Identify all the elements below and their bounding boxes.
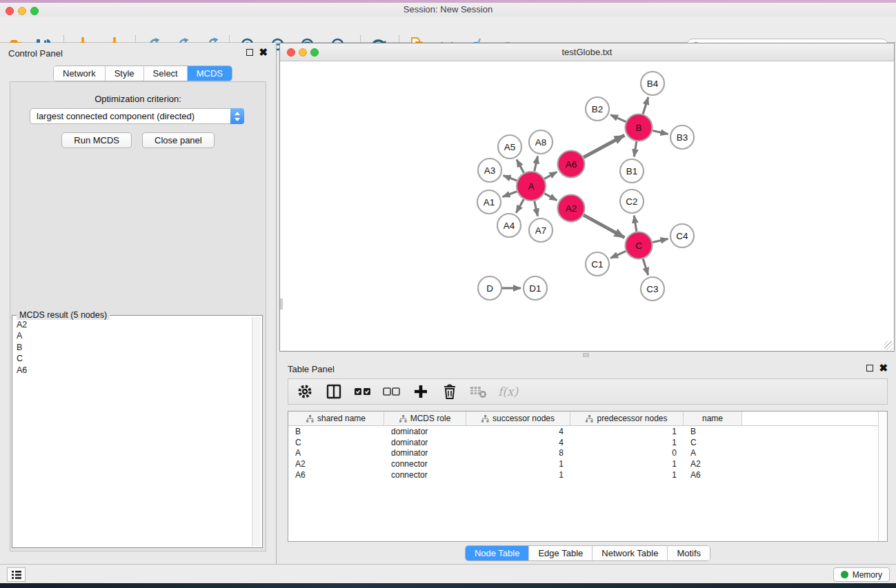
table-cell[interactable]: B xyxy=(684,427,742,436)
canvas-scroll-stub[interactable] xyxy=(280,298,283,310)
table-row[interactable]: Cdominator41C xyxy=(288,437,887,448)
graph-edge-B-B4[interactable] xyxy=(643,97,648,114)
graph-node-A[interactable]: A xyxy=(517,172,546,201)
graph-edge-C-C4[interactable] xyxy=(653,239,668,243)
graph-node-A8[interactable]: A8 xyxy=(529,130,552,154)
graph-edge-C-C1[interactable] xyxy=(610,251,626,258)
tab-mcds[interactable]: MCDS xyxy=(188,66,232,81)
table-cell[interactable]: A xyxy=(288,448,384,458)
graph-edge-A-A8[interactable] xyxy=(535,156,538,172)
result-scrollbar[interactable] xyxy=(252,317,261,546)
table-cell[interactable]: dominator xyxy=(384,427,466,436)
table-cell[interactable]: connector xyxy=(384,470,466,480)
graph-edge-A-A1[interactable] xyxy=(503,192,517,197)
mcds-result-item[interactable]: A6 xyxy=(17,365,248,376)
graph-edge-A-A6[interactable] xyxy=(544,172,557,179)
graph-node-A1[interactable]: A1 xyxy=(477,190,501,214)
graph-edge-B-B1[interactable] xyxy=(634,141,636,156)
table-settings-gear-icon[interactable] xyxy=(295,382,315,401)
graph-edge-A-A4[interactable] xyxy=(516,199,524,213)
tab-style[interactable]: Style xyxy=(106,66,144,81)
table-cell[interactable]: 1 xyxy=(466,470,570,480)
table-tab-network-table[interactable]: Network Table xyxy=(593,546,668,560)
optimization-criterion-select[interactable]: largest connected component (directed) xyxy=(30,108,244,124)
graph-node-C1[interactable]: C1 xyxy=(586,252,609,276)
window-resize-grip[interactable] xyxy=(884,341,893,350)
table-cell[interactable]: dominator xyxy=(384,438,466,447)
graph-node-C2[interactable]: C2 xyxy=(620,190,644,213)
graph-edge-B-B2[interactable] xyxy=(610,115,626,122)
graph-edge-A-A3[interactable] xyxy=(504,176,517,181)
split-pane-handle[interactable] xyxy=(583,353,589,357)
network-graph[interactable]: B4B2BB3A8A5A6A3B1AA1C2A2A4A7C4CC1DD1C3 xyxy=(280,61,894,351)
graph-node-D1[interactable]: D1 xyxy=(524,276,547,300)
mcds-result-item[interactable]: A2 xyxy=(17,319,248,330)
column-header-predecessor-nodes[interactable]: predecessor nodes xyxy=(570,412,684,425)
table-cell[interactable]: 1 xyxy=(570,459,684,469)
table-cell[interactable]: connector xyxy=(384,459,466,469)
mcds-result-item[interactable]: C xyxy=(17,353,248,364)
graph-edge-B-B3[interactable] xyxy=(653,130,668,134)
table-cell[interactable]: A xyxy=(684,448,742,458)
create-column-plus-icon[interactable] xyxy=(411,382,430,401)
table-row[interactable]: Bdominator41B xyxy=(288,426,887,437)
table-cell[interactable]: 8 xyxy=(466,448,570,458)
graph-node-A4[interactable]: A4 xyxy=(497,214,521,237)
network-window-titlebar[interactable]: testGlobe.txt xyxy=(280,43,894,61)
float-table-panel-icon[interactable] xyxy=(866,365,873,372)
table-row[interactable]: Adominator80A xyxy=(288,447,887,458)
graph-node-A2[interactable]: A2 xyxy=(558,195,585,222)
table-row[interactable]: A6connector11A6 xyxy=(288,469,887,480)
graph-node-D[interactable]: D xyxy=(478,276,501,300)
table-cell[interactable]: C xyxy=(288,438,384,447)
table-cell[interactable]: 1 xyxy=(570,470,684,480)
table-cell[interactable]: dominator xyxy=(384,448,466,458)
table-cell[interactable]: 1 xyxy=(466,459,570,469)
run-mcds-button[interactable]: Run MCDS xyxy=(61,132,132,148)
column-header-name[interactable]: name xyxy=(684,412,742,425)
graph-node-A6[interactable]: A6 xyxy=(558,151,585,178)
column-header-shared-name[interactable]: shared name xyxy=(288,412,384,425)
graph-edge-C-C3[interactable] xyxy=(643,259,648,275)
table-cell[interactable]: 4 xyxy=(466,427,570,436)
table-cell[interactable]: C xyxy=(684,438,742,447)
graph-edge-A-A7[interactable] xyxy=(535,201,538,216)
table-cell[interactable]: 1 xyxy=(570,438,684,447)
graph-edge-A-A5[interactable] xyxy=(517,159,524,172)
table-cell[interactable]: A6 xyxy=(288,470,384,480)
table-scrollbar[interactable] xyxy=(878,412,887,541)
close-panel-button[interactable]: Close panel xyxy=(142,132,215,148)
graph-node-B1[interactable]: B1 xyxy=(620,159,644,183)
graph-edge-A6-B[interactable] xyxy=(584,135,624,157)
task-history-list-icon[interactable] xyxy=(7,567,26,582)
graph-node-C3[interactable]: C3 xyxy=(641,277,664,301)
memory-button[interactable]: Memory xyxy=(833,567,890,582)
table-cell[interactable]: B xyxy=(288,427,384,436)
network-canvas[interactable]: B4B2BB3A8A5A6A3B1AA1C2A2A4A7C4CC1DD1C3 xyxy=(280,61,894,351)
graph-edge-A-A2[interactable] xyxy=(544,194,557,201)
graph-edge-C-C2[interactable] xyxy=(634,216,637,232)
column-header-MCDS-role[interactable]: MCDS role xyxy=(384,412,466,425)
unselect-all-columns-icon[interactable] xyxy=(382,382,401,401)
column-header-successor-nodes[interactable]: successor nodes xyxy=(466,412,570,425)
graph-node-A7[interactable]: A7 xyxy=(529,219,552,242)
graph-node-B4[interactable]: B4 xyxy=(641,72,664,95)
graph-edge-A2-C[interactable] xyxy=(584,215,624,238)
graph-node-C[interactable]: C xyxy=(626,232,653,259)
graph-node-A3[interactable]: A3 xyxy=(478,159,501,182)
graph-node-B2[interactable]: B2 xyxy=(586,97,609,121)
table-cell[interactable]: A6 xyxy=(684,470,742,480)
mcds-result-item[interactable]: B xyxy=(17,342,248,353)
graph-node-C4[interactable]: C4 xyxy=(670,224,694,247)
close-table-panel-icon[interactable]: ✖ xyxy=(879,365,888,372)
table-cell[interactable]: A2 xyxy=(288,459,384,469)
table-cell[interactable]: 1 xyxy=(570,427,684,436)
table-tab-node-table[interactable]: Node Table xyxy=(466,546,530,560)
table-cell[interactable]: A2 xyxy=(684,459,742,469)
graph-node-B[interactable]: B xyxy=(626,114,653,141)
table-tab-edge-table[interactable]: Edge Table xyxy=(529,546,593,560)
graph-node-A5[interactable]: A5 xyxy=(498,135,521,159)
table-row[interactable]: A2connector11A2 xyxy=(288,458,887,469)
graph-node-B3[interactable]: B3 xyxy=(670,125,694,149)
table-cell[interactable]: 0 xyxy=(570,448,684,458)
